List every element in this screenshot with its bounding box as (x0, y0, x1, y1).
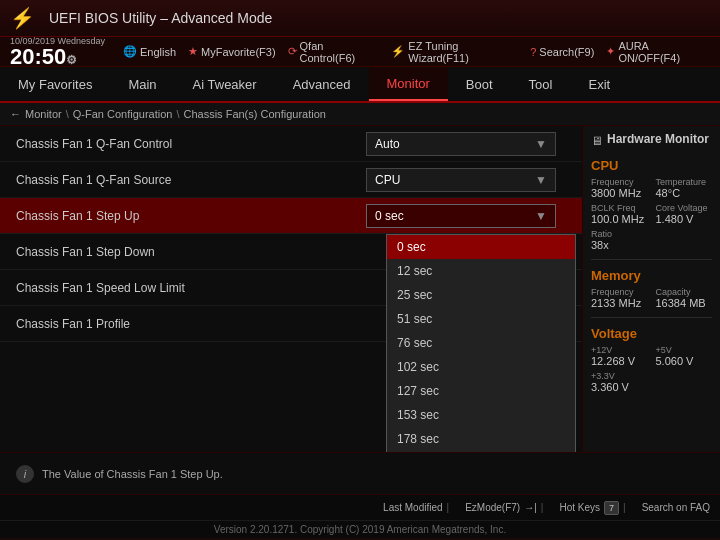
breadcrumb-sep-0: \ (66, 108, 69, 120)
search-label: Search(F9) (539, 46, 594, 58)
info-bottom: i The Value of Chassis Fan 1 Step Up. (0, 452, 720, 494)
setting-row-1[interactable]: Chassis Fan 1 Q-Fan Source CPU ▼ (0, 162, 582, 198)
ezmode-item[interactable]: EzMode(F7) →| | (465, 502, 543, 513)
main-layout: Chassis Fan 1 Q-Fan Control Auto ▼ Chass… (0, 126, 720, 452)
option-76sec[interactable]: 76 sec (387, 331, 575, 355)
dropdown-cpu[interactable]: CPU ▼ (366, 168, 556, 192)
option-178sec[interactable]: 178 sec (387, 427, 575, 451)
hw-temp-value: 48°C (656, 187, 713, 199)
footer: Last Modified | EzMode(F7) →| | Hot Keys… (0, 494, 720, 520)
top-links: 🌐 English ★ MyFavorite(F3) ⟳ Qfan Contro… (123, 40, 710, 64)
nav-tool[interactable]: Tool (511, 67, 571, 101)
hotkeys-label: Hot Keys (559, 502, 600, 513)
setting-row-2[interactable]: Chassis Fan 1 Step Up 0 sec ▼ (0, 198, 582, 234)
option-51sec[interactable]: 51 sec (387, 307, 575, 331)
title-bar: ⚡ UEFI BIOS Utility – Advanced Mode (0, 0, 720, 37)
hotkeys-item[interactable]: Hot Keys 7 | (559, 501, 625, 515)
hw-bclk-col: BCLK Freq 100.0 MHz (591, 203, 648, 225)
hw-freq-value: 3800 MHz (591, 187, 648, 199)
hw-v12-label: +12V (591, 345, 648, 355)
datetime: 10/09/2019 Wednesday 20:50⚙ (10, 36, 105, 68)
dropdown-arrow-1: ▼ (535, 173, 547, 187)
language-label: English (140, 46, 176, 58)
ez-tuning-label: EZ Tuning Wizard(F11) (408, 40, 518, 64)
hw-mem-cap-col: Capacity 16384 MB (656, 287, 713, 309)
last-modified-item: Last Modified | (383, 502, 449, 513)
my-favorites-link[interactable]: ★ MyFavorite(F3) (188, 40, 276, 64)
breadcrumb-back-arrow[interactable]: ← (10, 108, 21, 120)
hw-freq-label: Frequency (591, 177, 648, 187)
dropdown-stepup[interactable]: 0 sec ▼ (366, 204, 556, 228)
dropdown-auto-value: Auto (375, 137, 400, 151)
copyright-text: Version 2.20.1271. Copyright (C) 2019 Am… (214, 524, 506, 535)
dropdown-auto[interactable]: Auto ▼ (366, 132, 556, 156)
hw-divider-2 (591, 317, 712, 318)
aura-link[interactable]: ✦ AURA ON/OFF(F4) (606, 40, 710, 64)
hw-memory-grid: Frequency 2133 MHz Capacity 16384 MB (591, 287, 712, 309)
nav-advanced[interactable]: Advanced (275, 67, 369, 101)
hw-ratio-row: Ratio 38x (591, 229, 712, 251)
info-icon: i (16, 465, 34, 483)
hw-v33-label: +3.3V (591, 371, 712, 381)
hw-mem-freq-label: Frequency (591, 287, 648, 297)
option-102sec[interactable]: 102 sec (387, 355, 575, 379)
setting-label-2: Chassis Fan 1 Step Up (16, 209, 366, 223)
hw-mem-cap-label: Capacity (656, 287, 713, 297)
ez-icon: ⚡ (391, 45, 405, 58)
nav-monitor[interactable]: Monitor (369, 67, 448, 101)
breadcrumb-item-0: Monitor (25, 108, 62, 120)
search-faq-item[interactable]: Search on FAQ (642, 502, 710, 513)
option-12sec[interactable]: 12 sec (387, 259, 575, 283)
ezmode-label[interactable]: EzMode(F7) (465, 502, 520, 513)
aura-label: AURA ON/OFF(F4) (618, 40, 710, 64)
breadcrumb-item-2: Chassis Fan(s) Configuration (183, 108, 325, 120)
hw-ratio-value: 38x (591, 239, 712, 251)
hw-mem-cap-value: 16384 MB (656, 297, 713, 309)
setting-value-1[interactable]: CPU ▼ (366, 168, 566, 192)
hw-corevolt-value: 1.480 V (656, 213, 713, 225)
breadcrumb: ← Monitor \ Q-Fan Configuration \ Chassi… (0, 103, 720, 126)
nav-ai-tweaker[interactable]: Ai Tweaker (175, 67, 275, 101)
hw-corevolt-label: Core Voltage (656, 203, 713, 213)
hw-voltage-grid: +12V 12.268 V +5V 5.060 V (591, 345, 712, 367)
last-modified-label: Last Modified (383, 502, 442, 513)
ez-tuning-link[interactable]: ⚡ EZ Tuning Wizard(F11) (391, 40, 518, 64)
setting-label-0: Chassis Fan 1 Q-Fan Control (16, 137, 366, 151)
content-area: Chassis Fan 1 Q-Fan Control Auto ▼ Chass… (0, 126, 582, 452)
option-0sec[interactable]: 0 sec (387, 235, 575, 259)
search-faq-label: Search on FAQ (642, 502, 710, 513)
time-value: 20:50 (10, 44, 66, 69)
hw-v5-label: +5V (656, 345, 713, 355)
hw-temp-label: Temperature (656, 177, 713, 187)
search-link[interactable]: ? Search(F9) (530, 40, 594, 64)
nav-boot[interactable]: Boot (448, 67, 511, 101)
separator-2: | (623, 502, 626, 513)
option-25sec[interactable]: 25 sec (387, 283, 575, 307)
breadcrumb-item-1: Q-Fan Configuration (73, 108, 173, 120)
language-link[interactable]: 🌐 English (123, 40, 176, 64)
my-favorites-label: MyFavorite(F3) (201, 46, 276, 58)
hw-divider-1 (591, 259, 712, 260)
setting-row-0[interactable]: Chassis Fan 1 Q-Fan Control Auto ▼ (0, 126, 582, 162)
nav-my-favorites[interactable]: My Favorites (0, 67, 110, 101)
setting-label-1: Chassis Fan 1 Q-Fan Source (16, 173, 366, 187)
hw-v12-col: +12V 12.268 V (591, 345, 648, 367)
setting-value-2[interactable]: 0 sec ▼ (366, 204, 566, 228)
hw-v12-value: 12.268 V (591, 355, 648, 367)
setting-value-0[interactable]: Auto ▼ (366, 132, 566, 156)
star-icon: ★ (188, 45, 198, 58)
fan-icon: ⟳ (288, 45, 297, 58)
option-153sec[interactable]: 153 sec (387, 403, 575, 427)
nav-bar: My Favorites Main Ai Tweaker Advanced Mo… (0, 67, 720, 103)
nav-main[interactable]: Main (110, 67, 174, 101)
nav-exit[interactable]: Exit (570, 67, 628, 101)
hw-monitor-title: Hardware Monitor (607, 132, 709, 150)
option-204sec[interactable]: 204 sec (387, 451, 575, 452)
app-title: UEFI BIOS Utility – Advanced Mode (49, 10, 272, 26)
hardware-monitor-panel: 🖥 Hardware Monitor CPU Frequency 3800 MH… (582, 126, 720, 452)
qfan-link[interactable]: ⟳ Qfan Control(F6) (288, 40, 380, 64)
ezmode-arrow-icon: →| (524, 502, 537, 513)
option-127sec[interactable]: 127 sec (387, 379, 575, 403)
separator-1: | (541, 502, 544, 513)
separator-0: | (447, 502, 450, 513)
